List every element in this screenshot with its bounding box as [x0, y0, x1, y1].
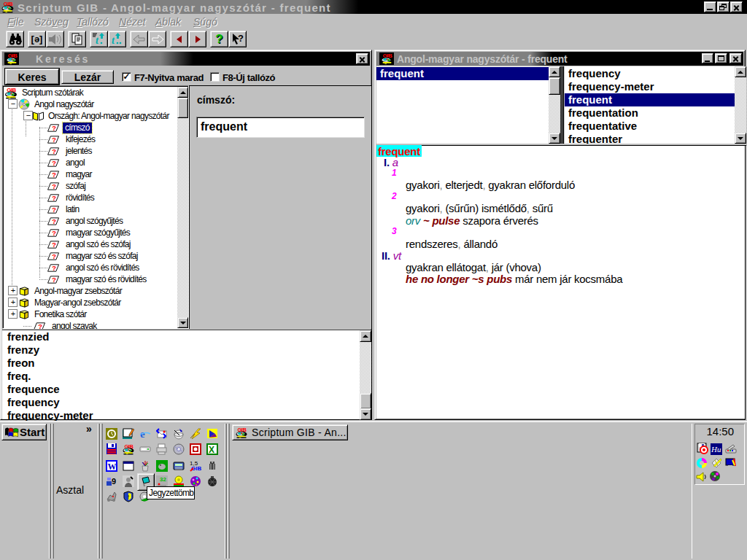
svg-text:X: X	[209, 445, 214, 455]
svg-text:Hu: Hu	[711, 445, 721, 454]
svg-text:↑: ↑	[127, 494, 130, 500]
svg-text:t: t	[96, 35, 99, 46]
svg-text:t: t	[112, 35, 115, 46]
svg-text:W: W	[108, 462, 117, 472]
svg-text:32: 32	[160, 476, 166, 483]
svg-text:?: ?	[238, 33, 244, 44]
svg-text:9: 9	[112, 477, 116, 486]
